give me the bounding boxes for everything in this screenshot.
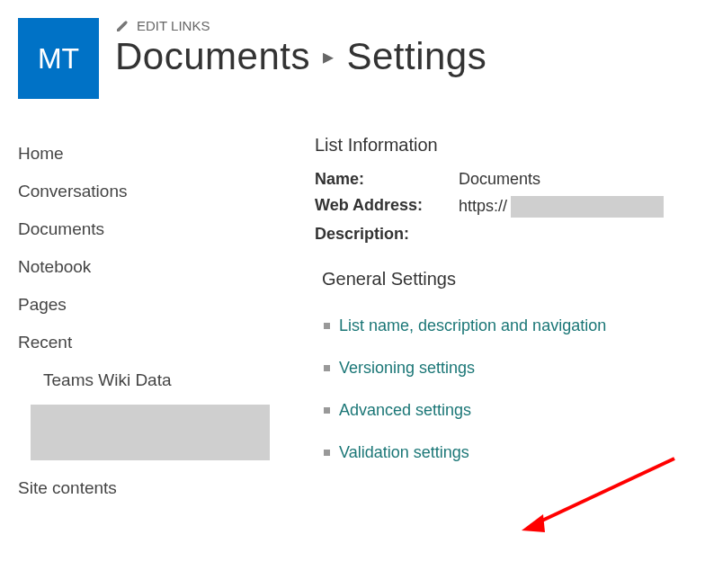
- svg-marker-1: [522, 514, 545, 532]
- gs-link-versioning[interactable]: Versioning settings: [339, 359, 475, 378]
- gs-item-versioning[interactable]: Versioning settings: [324, 359, 705, 378]
- breadcrumb-parent[interactable]: Documents: [115, 35, 310, 78]
- nav-documents[interactable]: Documents: [18, 210, 279, 248]
- info-web-value: https://: [459, 196, 664, 218]
- chevron-right-icon: ▸: [323, 44, 335, 69]
- nav-notebook[interactable]: Notebook: [18, 248, 279, 286]
- breadcrumb: Documents ▸ Settings: [115, 35, 705, 78]
- gs-link-list-name[interactable]: List name, description and navigation: [339, 316, 606, 335]
- edit-links-label: EDIT LINKS: [137, 18, 210, 33]
- nav-pages[interactable]: Pages: [18, 286, 279, 324]
- header-right: EDIT LINKS Documents ▸ Settings: [115, 18, 705, 78]
- gs-item-advanced[interactable]: Advanced settings: [324, 401, 705, 420]
- nav-recent[interactable]: Recent: [18, 324, 279, 361]
- info-name-row: Name: Documents: [315, 170, 705, 189]
- gs-item-list-name[interactable]: List name, description and navigation: [324, 316, 705, 335]
- bullet-icon: [324, 407, 330, 414]
- nav-site-contents[interactable]: Site contents: [18, 469, 279, 507]
- nav-conversations[interactable]: Conversations: [18, 173, 279, 210]
- nav-home[interactable]: Home: [18, 135, 279, 173]
- info-web-prefix: https://: [459, 197, 507, 215]
- pencil-icon: [115, 19, 129, 33]
- info-web-row: Web Address: https://: [315, 196, 705, 218]
- gs-link-advanced[interactable]: Advanced settings: [339, 401, 471, 420]
- left-nav: Home Conversations Documents Notebook Pa…: [18, 135, 279, 507]
- list-info-heading: List Information: [315, 135, 705, 156]
- info-name-value: Documents: [459, 170, 540, 189]
- info-desc-label: Description:: [315, 225, 459, 244]
- info-web-label: Web Address:: [315, 196, 459, 218]
- gs-link-validation[interactable]: Validation settings: [339, 443, 469, 462]
- bullet-icon: [324, 365, 330, 371]
- bullet-icon: [324, 450, 330, 456]
- info-name-label: Name:: [315, 170, 459, 189]
- nav-recent-sub[interactable]: Teams Wiki Data: [18, 361, 279, 399]
- gs-item-validation[interactable]: Validation settings: [324, 443, 705, 462]
- edit-links-row[interactable]: EDIT LINKS: [115, 18, 705, 33]
- info-desc-row: Description:: [315, 225, 705, 244]
- redacted-block: [31, 405, 270, 460]
- site-tile[interactable]: MT: [18, 18, 99, 99]
- content: Home Conversations Documents Notebook Pa…: [0, 99, 705, 507]
- breadcrumb-current: Settings: [346, 35, 486, 78]
- main: List Information Name: Documents Web Add…: [315, 135, 705, 507]
- general-settings-heading: General Settings: [322, 269, 705, 290]
- redacted-url: [511, 196, 664, 218]
- header: MT EDIT LINKS Documents ▸ Settings: [0, 0, 705, 99]
- bullet-icon: [324, 323, 330, 329]
